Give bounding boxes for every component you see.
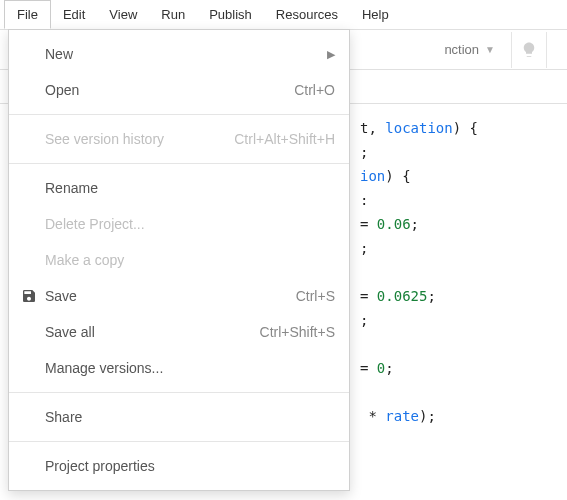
menu-resources[interactable]: Resources — [264, 1, 350, 28]
menu-separator — [9, 114, 349, 115]
menu-item-label: Share — [45, 409, 335, 425]
lightbulb-icon — [520, 41, 538, 59]
menu-item-open[interactable]: OpenCtrl+O — [9, 72, 349, 108]
function-selector[interactable]: nction ▼ — [436, 38, 503, 61]
menu-item-label: Delete Project... — [45, 216, 335, 232]
caret-down-icon: ▼ — [485, 44, 495, 55]
menu-separator — [9, 441, 349, 442]
menu-item-label: Rename — [45, 180, 335, 196]
chevron-right-icon: ▶ — [327, 48, 335, 61]
menu-item-delete-project: Delete Project... — [9, 206, 349, 242]
hint-button[interactable] — [511, 32, 547, 68]
menu-item-new[interactable]: New▶ — [9, 36, 349, 72]
menu-item-share[interactable]: Share — [9, 399, 349, 435]
file-dropdown-menu: New▶OpenCtrl+OSee version historyCtrl+Al… — [8, 29, 350, 491]
menu-view[interactable]: View — [97, 1, 149, 28]
menu-separator — [9, 392, 349, 393]
menu-shortcut: Ctrl+Alt+Shift+H — [234, 131, 335, 147]
function-label: nction — [444, 42, 479, 57]
menu-item-label: Manage versions... — [45, 360, 335, 376]
menu-file[interactable]: File — [4, 0, 51, 29]
menu-shortcut: Ctrl+Shift+S — [260, 324, 335, 340]
menu-item-project-properties[interactable]: Project properties — [9, 448, 349, 484]
menubar: File Edit View Run Publish Resources Hel… — [0, 0, 567, 30]
menu-item-label: New — [45, 46, 327, 62]
menu-edit[interactable]: Edit — [51, 1, 97, 28]
menu-item-label: Save all — [45, 324, 260, 340]
menu-item-save[interactable]: SaveCtrl+S — [9, 278, 349, 314]
menu-shortcut: Ctrl+O — [294, 82, 335, 98]
menu-item-label: Open — [45, 82, 294, 98]
menu-item-save-all[interactable]: Save allCtrl+Shift+S — [9, 314, 349, 350]
menu-item-label: Make a copy — [45, 252, 335, 268]
menu-item-label: See version history — [45, 131, 234, 147]
menu-item-manage-versions[interactable]: Manage versions... — [9, 350, 349, 386]
menu-help[interactable]: Help — [350, 1, 401, 28]
menu-item-see-version-history: See version historyCtrl+Alt+Shift+H — [9, 121, 349, 157]
menu-item-make-a-copy: Make a copy — [9, 242, 349, 278]
menu-item-label: Project properties — [45, 458, 335, 474]
save-icon — [21, 288, 45, 304]
menu-item-label: Save — [45, 288, 296, 304]
menu-run[interactable]: Run — [149, 1, 197, 28]
menu-separator — [9, 163, 349, 164]
menu-item-rename[interactable]: Rename — [9, 170, 349, 206]
menu-shortcut: Ctrl+S — [296, 288, 335, 304]
menu-publish[interactable]: Publish — [197, 1, 264, 28]
